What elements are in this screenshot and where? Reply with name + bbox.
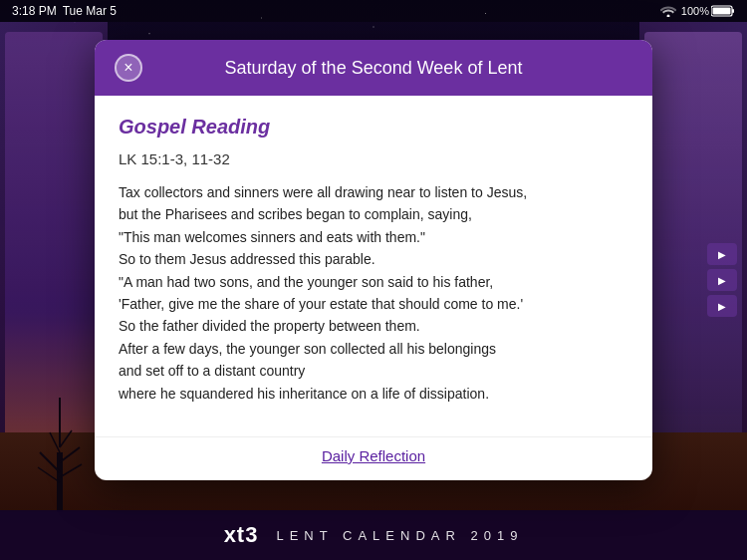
modal-header: × Saturday of the Second Week of Lent [95, 40, 652, 96]
gospel-heading: Gospel Reading [119, 116, 628, 139]
scripture-text: Tax collectors and sinners were all draw… [119, 181, 628, 405]
status-right: 100% [660, 5, 735, 17]
daily-reflection-link[interactable]: Daily Reflection [322, 447, 425, 464]
status-left: 3:18 PM Tue Mar 5 [12, 4, 117, 18]
svg-rect-10 [713, 8, 731, 15]
wifi-icon [660, 5, 676, 17]
brand-xt3: xt3 [224, 522, 259, 548]
status-date: Tue Mar 5 [63, 4, 117, 18]
modal-title: Saturday of the Second Week of Lent [142, 58, 605, 79]
svg-rect-9 [732, 9, 734, 13]
modal-footer: Daily Reflection [95, 436, 652, 480]
close-button[interactable]: × [115, 54, 142, 82]
close-icon: × [124, 59, 132, 77]
brand-tagline: LENT CALENDAR 2019 [276, 528, 523, 543]
gospel-modal: × Saturday of the Second Week of Lent Go… [95, 40, 652, 480]
status-bar: 3:18 PM Tue Mar 5 100% [0, 0, 747, 22]
scripture-reference: LK 15:1-3, 11-32 [119, 150, 628, 167]
modal-body: Gospel Reading LK 15:1-3, 11-32 Tax coll… [95, 96, 652, 436]
brand-logo: xt3 [224, 522, 259, 548]
modal-overlay: × Saturday of the Second Week of Lent Go… [0, 22, 747, 510]
status-time: 3:18 PM [12, 4, 57, 18]
battery-indicator: 100% [681, 5, 735, 17]
battery-text: 100% [681, 5, 709, 17]
bottom-bar: xt3 LENT CALENDAR 2019 [0, 510, 747, 560]
